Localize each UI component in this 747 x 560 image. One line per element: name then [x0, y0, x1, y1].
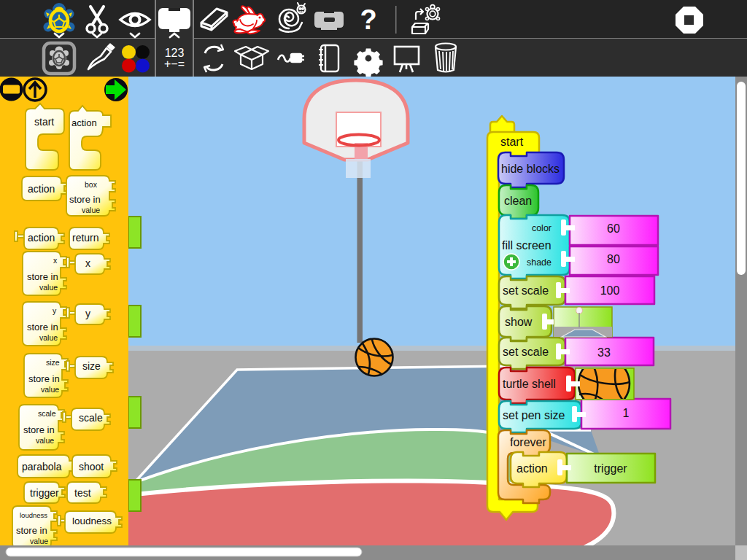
svg-text:trigger: trigger [594, 462, 627, 475]
svg-text:store in: store in [27, 271, 58, 282]
svg-text:x: x [53, 256, 58, 265]
svg-text:60: 60 [607, 222, 620, 235]
svg-text:forever: forever [510, 436, 546, 448]
svg-text:shade: shade [527, 257, 551, 268]
svg-text:store in: store in [27, 322, 58, 332]
svg-text:scale: scale [38, 409, 56, 418]
svg-text:store in: store in [28, 373, 60, 384]
svg-text:y: y [85, 308, 90, 319]
svg-text:test: test [74, 487, 91, 499]
svg-text:80: 80 [607, 253, 620, 265]
svg-text:color: color [532, 223, 551, 233]
svg-text:start: start [34, 116, 54, 128]
svg-text:loudness: loudness [20, 511, 47, 519]
svg-text:?: ? [360, 4, 376, 35]
svg-text:set scale: set scale [503, 346, 549, 358]
svg-text:box: box [85, 180, 98, 189]
svg-text:1: 1 [623, 407, 630, 419]
svg-text:clean: clean [504, 195, 532, 207]
svg-text:show: show [505, 316, 533, 328]
svg-text:return: return [72, 232, 99, 244]
svg-text:100: 100 [600, 284, 620, 297]
svg-text:loudness: loudness [72, 516, 112, 526]
svg-text:fill screen: fill screen [502, 239, 551, 252]
svg-text:value: value [36, 436, 54, 445]
svg-text:y: y [53, 306, 57, 315]
svg-text:scale: scale [79, 412, 103, 424]
svg-text:+−=: +−= [164, 58, 185, 70]
svg-text:value: value [82, 206, 100, 214]
svg-text:value: value [41, 385, 59, 394]
svg-text:action: action [71, 117, 97, 128]
svg-text:x: x [85, 257, 90, 269]
svg-text:set scale: set scale [503, 284, 549, 297]
svg-text:size: size [46, 358, 60, 367]
svg-text:action: action [28, 232, 55, 244]
svg-text:value: value [30, 537, 48, 545]
svg-text:33: 33 [597, 346, 611, 359]
svg-text:value: value [39, 283, 58, 292]
svg-text:action: action [516, 462, 548, 475]
svg-text:action: action [28, 183, 55, 195]
svg-text:shoot: shoot [79, 461, 104, 472]
svg-text:value: value [39, 333, 58, 342]
svg-text:store in: store in [23, 424, 55, 435]
svg-text:start: start [500, 136, 524, 148]
svg-text:set pen size: set pen size [503, 409, 565, 421]
svg-text:trigger: trigger [30, 487, 59, 499]
svg-text:store in: store in [16, 525, 47, 536]
svg-text:store in: store in [69, 194, 101, 205]
svg-text:size: size [82, 360, 101, 372]
svg-text:parabola: parabola [22, 461, 62, 472]
svg-text:hide blocks: hide blocks [501, 163, 560, 175]
svg-text:turtle shell: turtle shell [503, 378, 556, 390]
